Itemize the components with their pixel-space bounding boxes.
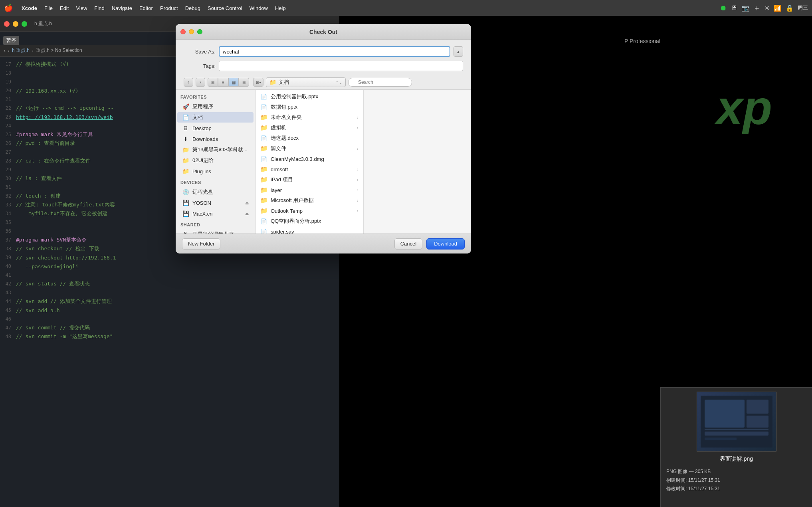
- sidebar-item-shared-course[interactable]: 🖧 马晨凯的课程共享: [177, 229, 254, 234]
- 02ui-label: 02UI进阶: [192, 157, 214, 164]
- menu-xcode[interactable]: Xcode: [22, 5, 37, 11]
- menu-window[interactable]: Window: [250, 5, 268, 11]
- folder-plugins-icon: 📁: [182, 168, 189, 175]
- code-line: 48// svn commit -m "这里写message": [0, 332, 339, 341]
- expand-button[interactable]: ▲: [454, 46, 463, 57]
- minimize-button[interactable]: [13, 21, 18, 27]
- icon-view-button[interactable]: ⊞: [208, 78, 218, 87]
- list-item[interactable]: 📁layer›: [255, 185, 363, 195]
- add-icon[interactable]: ＋: [753, 3, 761, 13]
- image-panel: 界面讲解.png PNG 图像 — 305 KB 创建时间: 15/11/27 …: [660, 387, 812, 507]
- pause-button[interactable]: 暂停: [3, 36, 19, 45]
- line-number: 39: [0, 255, 16, 260]
- list-item[interactable]: 📁未命名文件夹›: [255, 112, 363, 123]
- sidebar-item-plugins[interactable]: 📁 Plug-ins: [177, 166, 254, 176]
- eject-yoson-icon[interactable]: ⏏: [245, 201, 249, 205]
- sidebar-item-apps[interactable]: 🚀 应用程序: [177, 101, 254, 112]
- nav-back[interactable]: ‹: [4, 48, 6, 53]
- sidebar-item-remote-disc[interactable]: 💿 远程光盘: [177, 187, 254, 197]
- line-number: 22: [0, 105, 16, 111]
- list-item[interactable]: 📁虚拟机›: [255, 123, 363, 133]
- close-button[interactable]: [4, 21, 10, 27]
- menu-edit[interactable]: Edit: [60, 5, 69, 11]
- run-icon[interactable]: ⏺: [720, 4, 727, 12]
- sidebar-item-documents[interactable]: 📄 文档: [177, 112, 254, 123]
- line-number: 17: [0, 61, 16, 67]
- dialog-maximize-button[interactable]: [197, 29, 202, 34]
- sidebar-item-macxcn[interactable]: 💾 MacX.cn ⏏: [177, 208, 254, 219]
- menu-help[interactable]: Help: [275, 5, 286, 11]
- documents-icon: 📄: [182, 114, 189, 121]
- maximize-button[interactable]: [22, 21, 27, 27]
- column-view-button[interactable]: ▦: [228, 78, 239, 87]
- lock-icon[interactable]: 🔒: [786, 4, 794, 12]
- menu-source-control[interactable]: Source Control: [208, 5, 242, 11]
- image-modified: 修改时间: 15/11/27 15:31: [666, 485, 806, 493]
- list-item[interactable]: 📄spider.sav: [255, 226, 363, 234]
- list-item[interactable]: 📁Microsoft 用户数据›: [255, 195, 363, 206]
- expand-arrow-icon: ›: [357, 115, 358, 120]
- list-item[interactable]: 📁Outlook Temp›: [255, 206, 363, 216]
- menu-debug[interactable]: Debug: [185, 5, 200, 11]
- breadcrumb-sep: ›: [32, 48, 34, 53]
- sidebar-item-desktop[interactable]: 🖥 Desktop: [177, 123, 254, 133]
- expand-arrow-icon: ›: [357, 147, 358, 151]
- list-item[interactable]: 📁drmsoft›: [255, 164, 363, 174]
- sidebar-item-ios[interactable]: 📁 第13期黑马iOS学科就...: [177, 145, 254, 155]
- dialog-body: Save As: ▲ Tags:: [176, 40, 471, 71]
- save-as-input[interactable]: [219, 46, 450, 57]
- sidebar-item-downloads[interactable]: ⬇ Downloads: [177, 134, 254, 144]
- dialog-titlebar: Check Out: [176, 24, 471, 40]
- gallery-view-button[interactable]: ⊟: [239, 78, 249, 87]
- back-button[interactable]: ‹: [184, 78, 193, 87]
- list-item[interactable]: 📄公用控制器抽取.pptx: [255, 91, 363, 102]
- dialog-close-button[interactable]: [180, 29, 186, 34]
- list-item[interactable]: 📄QQ空间界面分析.pptx: [255, 216, 363, 226]
- dialog-minimize-button[interactable]: [189, 29, 194, 34]
- line-number: 45: [0, 307, 16, 313]
- menu-product[interactable]: Product: [160, 5, 178, 11]
- file-name: 数据包.pptx: [271, 103, 358, 111]
- devices-icon[interactable]: 🖥: [731, 4, 737, 12]
- location-dropdown[interactable]: 📁 文档 ⌃⌄: [266, 77, 346, 87]
- eject-macxcn-icon[interactable]: ⏏: [245, 212, 249, 216]
- folder-icon: 📁: [260, 145, 267, 152]
- menu-editor[interactable]: Editor: [139, 5, 153, 11]
- line-number: 19: [0, 79, 16, 85]
- apple-menu[interactable]: 🍎: [4, 4, 13, 12]
- sidebar-item-02ui[interactable]: 📁 02UI进阶: [177, 155, 254, 166]
- cancel-button[interactable]: Cancel: [394, 238, 422, 250]
- wifi-icon[interactable]: 📶: [774, 4, 782, 12]
- list-item[interactable]: 📄数据包.pptx: [255, 102, 363, 112]
- menubar: 🍎 Xcode File Edit View Find Navigate Edi…: [0, 0, 812, 16]
- list-item[interactable]: 📁源文件›: [255, 143, 363, 154]
- file-name: 公用控制器抽取.pptx: [271, 93, 358, 100]
- new-folder-button[interactable]: New Folder: [182, 238, 220, 250]
- code-line: 47// svn commit // 提交代码: [0, 323, 339, 332]
- bluetooth-icon[interactable]: ✳: [764, 4, 770, 12]
- line-number: 46: [0, 316, 16, 322]
- list-item[interactable]: 📄CleanMyMac3.0.3.dmg: [255, 154, 363, 164]
- menu-view[interactable]: View: [76, 5, 87, 11]
- image-filename: 界面讲解.png: [661, 456, 812, 463]
- search-input[interactable]: [348, 78, 412, 87]
- nav-forward[interactable]: ›: [8, 48, 10, 53]
- line-content: // cat : 在命令行中查看文件: [16, 157, 91, 164]
- menu-file[interactable]: File: [44, 5, 53, 11]
- menu-find[interactable]: Find: [94, 5, 104, 11]
- download-button[interactable]: Download: [426, 238, 465, 250]
- menu-navigate[interactable]: Navigate: [112, 5, 132, 11]
- line-content: myfile.txt不存在, 它会被创建: [16, 210, 107, 217]
- sidebar-item-yoson[interactable]: 💾 YOSON ⏏: [177, 198, 254, 208]
- forward-button[interactable]: ›: [196, 78, 205, 87]
- list-item[interactable]: 📁iPad 项目›: [255, 174, 363, 185]
- list-view-button[interactable]: ≡: [218, 78, 228, 87]
- arrange-button[interactable]: ⊞▾: [253, 78, 263, 87]
- location-chevron-icon: ⌃⌄: [336, 80, 342, 85]
- line-content: // svn add // 添加某个文件进行管理: [16, 298, 112, 305]
- code-line: 45// svn add a.h: [0, 306, 339, 315]
- list-item[interactable]: 📄选这题.docx: [255, 133, 363, 143]
- camera-icon[interactable]: 📷: [741, 4, 749, 12]
- tags-input[interactable]: [219, 61, 463, 71]
- file-name: Outlook Temp: [271, 208, 354, 214]
